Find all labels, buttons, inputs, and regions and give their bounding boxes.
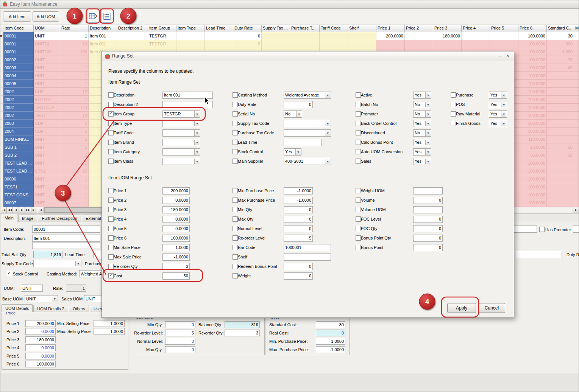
grid-cell[interactable]: 00002 (3, 56, 34, 64)
grid-cell[interactable] (205, 32, 233, 40)
chevron-down-icon[interactable]: ▼ (501, 121, 506, 126)
grid-cell[interactable] (320, 40, 348, 48)
grid-cell[interactable] (574, 167, 579, 175)
grid-column-header-description[interactable]: Description (89, 25, 117, 32)
scroll-right-button[interactable]: ▶ (573, 207, 579, 213)
row-selector[interactable] (0, 72, 3, 80)
grid-cell[interactable]: Item 001 (89, 32, 117, 40)
grid-cell[interactable]: CTN2 (34, 167, 60, 175)
grid-cell[interactable] (547, 88, 574, 96)
input-min-purchase-price[interactable]: -1.0000 (316, 338, 345, 345)
grid-cell[interactable]: 1 (60, 159, 89, 167)
input-standard-cost[interactable]: 30 (316, 321, 345, 328)
input-min-qty[interactable]: 0 (165, 321, 195, 328)
input-weight[interactable]: 0 (284, 272, 313, 280)
combo-purchase[interactable]: Yes▼ (489, 92, 507, 99)
grid-cell[interactable] (574, 72, 579, 80)
grid-column-header-price-1[interactable]: Price 1 (376, 25, 405, 32)
grid-column-header-price-4[interactable]: Price 4 (462, 25, 490, 32)
grid-cell[interactable]: 1 (60, 96, 89, 104)
grid-cell[interactable] (574, 120, 579, 128)
total-bal-qty-field[interactable]: 1,819 (33, 251, 62, 258)
combo-calc-bonus-point[interactable]: Yes▼ (413, 139, 431, 146)
grid-cell[interactable]: SUB 1 (3, 143, 34, 151)
grid-cell[interactable]: UNIT (34, 159, 60, 167)
grid-cell[interactable] (547, 175, 574, 183)
grid-column-header-duty-rate[interactable]: Duty Rate (233, 25, 262, 32)
input-foc-level[interactable]: 0 (413, 216, 443, 223)
grid-cell[interactable] (574, 40, 579, 48)
grid-column-header-item-code[interactable]: Item Code (3, 25, 34, 32)
grid-cell[interactable]: UNIT10 (34, 40, 60, 48)
tab-image[interactable]: Image (18, 215, 37, 222)
grid-cell[interactable] (490, 32, 518, 40)
grid-cell[interactable] (574, 159, 579, 167)
row-selector[interactable] (0, 128, 3, 135)
grid-column-header-uom[interactable]: UOM (34, 25, 60, 32)
grid-cell[interactable]: 1 (60, 175, 89, 183)
grid-cell[interactable] (574, 32, 579, 40)
tab-further-description[interactable]: Further Description (38, 215, 81, 222)
apply-button[interactable]: Apply (447, 303, 476, 313)
combo-pos[interactable]: Yes▼ (489, 101, 507, 108)
range-set-button[interactable] (87, 10, 99, 23)
grid-cell[interactable]: 180.0000 (433, 32, 462, 40)
grid-cell[interactable]: 2004 (3, 128, 34, 135)
grid-cell[interactable]: CUP (34, 120, 60, 128)
grid-cell[interactable]: TESTCUP (34, 104, 60, 112)
grid-cell[interactable]: 100.0000 (518, 120, 547, 128)
grid-cell[interactable] (348, 40, 376, 48)
grid-cell[interactable]: 2002 (3, 88, 34, 96)
grid-cell[interactable]: 2003 (3, 120, 34, 128)
input-max-purchase-price[interactable]: -1.0000 (316, 346, 345, 353)
row-selector[interactable] (0, 64, 3, 72)
grid-cell[interactable] (262, 32, 290, 40)
grid-cell[interactable] (574, 191, 579, 199)
grid-cell[interactable]: UNIT (34, 199, 60, 207)
grid-cell[interactable]: 100.0000 (518, 128, 547, 135)
grid-cell[interactable] (290, 32, 320, 40)
checkbox-pos[interactable] (451, 102, 456, 107)
checkbox-redeem-bonus-point[interactable] (233, 264, 238, 269)
checkbox-volume-uom[interactable] (356, 207, 361, 212)
grid-cell[interactable]: 100.0000 (518, 183, 547, 191)
supply-tax-combo[interactable]: ▼ (33, 260, 81, 267)
grid-cell[interactable]: 0 (233, 32, 262, 40)
base-uom-combo[interactable]: UNIT▼ (25, 295, 58, 302)
checkbox-volume[interactable] (356, 198, 361, 203)
has-promoter-checkbox[interactable] (539, 227, 545, 232)
grid-cell[interactable]: 100.0000 (518, 56, 547, 64)
grid-column-header-purchase-t[interactable]: Purchase T... (290, 25, 320, 32)
grid-cell[interactable]: 30 (547, 151, 574, 159)
grid-cell[interactable]: 00001 (3, 48, 34, 56)
grid-cell[interactable] (574, 112, 579, 120)
grid-cell[interactable] (574, 128, 579, 135)
row-selector[interactable] (0, 112, 3, 120)
grid-cell[interactable]: 00006 (3, 175, 34, 183)
grid-cell[interactable]: SUB 2 (3, 151, 34, 159)
grid-cell[interactable] (405, 40, 433, 48)
stock-control-checkbox[interactable] (7, 271, 12, 276)
checkbox-calc-bonus-point[interactable] (356, 140, 361, 145)
grid-cell[interactable]: 100.0000 (518, 72, 547, 80)
grid-cell[interactable]: UNIT (34, 72, 60, 80)
grid-cell[interactable] (176, 32, 205, 40)
grid-cell[interactable]: UNIT (34, 32, 60, 40)
grid-cell[interactable] (574, 88, 579, 96)
grid-cell[interactable]: TEST (34, 112, 60, 120)
grid-cell[interactable] (376, 40, 405, 48)
grid-cell[interactable]: 70 (547, 56, 574, 64)
grid-cell[interactable] (574, 80, 579, 88)
grid-cell[interactable] (547, 96, 574, 104)
grid-cell[interactable]: UNIT (34, 151, 60, 159)
grid-cell[interactable] (547, 72, 574, 80)
checkbox-discontinued[interactable] (356, 130, 361, 135)
grid-column-header-price-6[interactable]: Price 6 (518, 25, 547, 32)
row-selector[interactable] (0, 167, 3, 175)
grid-cell[interactable]: 100.0000 (518, 96, 547, 104)
dialog-titlebar[interactable]: Range Set — ✕ (102, 51, 514, 61)
row-selector[interactable]: ▶ (0, 32, 3, 40)
grid-cell[interactable] (547, 80, 574, 88)
rate-field[interactable]: 1 (66, 285, 86, 292)
row-selector[interactable] (0, 104, 3, 112)
